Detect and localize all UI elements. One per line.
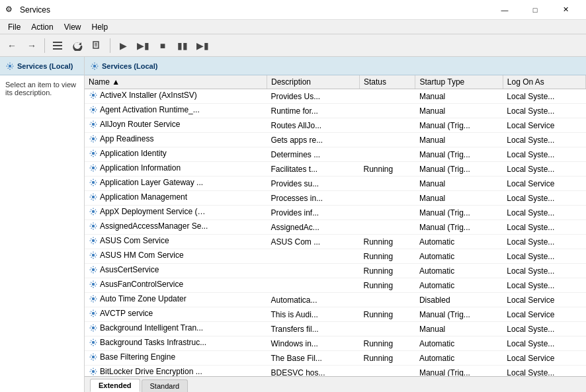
table-row[interactable]: Auto Time Zone UpdaterAutomatica...Disab… xyxy=(85,293,586,307)
menu-bar: FileActionViewHelp xyxy=(0,20,586,34)
cell-name: AppX Deployment Service (… xyxy=(85,206,267,220)
table-row[interactable]: AppX Deployment Service (…Provides inf..… xyxy=(85,206,586,220)
table-row[interactable]: ActiveX Installer (AxInstSV)Provides Us.… xyxy=(85,89,586,104)
start-pause-button[interactable]: ▶▮ xyxy=(134,36,152,55)
cell-startup: Manual (Trig... xyxy=(415,118,503,133)
cell-status xyxy=(359,133,415,147)
table-row[interactable]: App ReadinessGets apps re...ManualLocal … xyxy=(85,133,586,147)
cell-startup: Disabled xyxy=(415,293,503,307)
col-name[interactable]: Name ▲ xyxy=(85,75,267,89)
show-hide-button[interactable] xyxy=(48,36,67,55)
svg-rect-6 xyxy=(95,46,97,46)
col-description[interactable]: Description xyxy=(267,75,359,89)
cell-description: Automatica... xyxy=(267,293,359,307)
table-row[interactable]: Application InformationFacilitates t...R… xyxy=(85,162,586,176)
table-row[interactable]: AsusCertServiceRunningAutomaticLocal Sys… xyxy=(85,264,586,278)
cell-logon: Local Service xyxy=(503,307,585,322)
table-row[interactable]: ASUS HM Com ServiceRunningAutomaticLocal… xyxy=(85,249,586,264)
cell-name: ASUS HM Com Service xyxy=(85,249,267,264)
svg-point-19 xyxy=(92,239,95,242)
cell-description xyxy=(267,264,359,278)
menu-item-view[interactable]: View xyxy=(59,21,87,33)
cell-description: AssignedAc... xyxy=(267,220,359,235)
cell-status: Running xyxy=(359,235,415,249)
service-gear-icon xyxy=(89,265,98,274)
cell-description: Provides Us... xyxy=(267,89,359,104)
table-row[interactable]: Application ManagementProcesses in...Man… xyxy=(85,191,586,206)
cell-description: The Base Fil... xyxy=(267,351,359,366)
svg-point-11 xyxy=(92,123,95,126)
table-row[interactable]: Base Filtering EngineThe Base Fil...Runn… xyxy=(85,351,586,366)
cell-name: Agent Activation Runtime_... xyxy=(85,104,267,118)
back-button[interactable]: ← xyxy=(3,36,21,55)
menu-item-help[interactable]: Help xyxy=(87,21,114,33)
svg-point-25 xyxy=(92,327,95,329)
maximize-button[interactable]: □ xyxy=(520,0,550,20)
cell-logon: Local Syste... xyxy=(503,366,585,377)
service-gear-icon xyxy=(89,192,98,202)
menu-item-action[interactable]: Action xyxy=(26,21,58,33)
main-area: Services (Local) Select an item to view … xyxy=(0,57,586,392)
cell-status xyxy=(359,118,415,133)
cell-description: Determines ... xyxy=(267,147,359,162)
svg-point-20 xyxy=(92,254,95,256)
cell-startup: Automatic xyxy=(415,351,503,366)
table-row[interactable]: Background Tasks Infrastruc...Windows in… xyxy=(85,336,586,351)
col-logon[interactable]: Log On As xyxy=(503,75,585,89)
cell-startup: Manual (Trig... xyxy=(415,220,503,235)
cell-logon: Local Syste... xyxy=(503,235,585,249)
cell-name: Background Intelligent Tran... xyxy=(85,322,267,336)
table-header-row: Name ▲ Description Status Startup Type L… xyxy=(85,75,586,89)
cell-status xyxy=(359,191,415,206)
col-status[interactable]: Status xyxy=(359,75,415,89)
service-gear-icon xyxy=(89,120,98,129)
cell-status xyxy=(359,89,415,104)
table-row[interactable]: AsusFanControlServiceRunningAutomaticLoc… xyxy=(85,278,586,293)
refresh-icon xyxy=(72,40,83,51)
cell-description: Runtime for... xyxy=(267,104,359,118)
cell-description: Facilitates t... xyxy=(267,162,359,176)
cell-startup: Automatic xyxy=(415,235,503,249)
service-gear-icon xyxy=(89,236,98,245)
svg-point-17 xyxy=(92,210,95,213)
tab-standard[interactable]: Standard xyxy=(142,379,188,392)
table-row[interactable]: ASUS Com ServiceASUS Com ...RunningAutom… xyxy=(85,235,586,249)
cell-logon: Local Service xyxy=(503,351,585,366)
tab-extended[interactable]: Extended xyxy=(90,379,140,392)
list-icon xyxy=(52,40,63,51)
table-row[interactable]: Agent Activation Runtime_...Runtime for.… xyxy=(85,104,586,118)
svg-point-24 xyxy=(92,312,95,315)
close-button[interactable]: ✕ xyxy=(550,0,581,20)
refresh-button[interactable] xyxy=(68,36,87,55)
col-startup[interactable]: Startup Type xyxy=(415,75,503,89)
cell-description: Windows in... xyxy=(267,336,359,351)
resume-button[interactable]: ▶▮ xyxy=(193,36,212,55)
menu-item-file[interactable]: File xyxy=(3,21,26,33)
left-panel-content: Select an item to view its description. xyxy=(0,75,84,392)
minimize-button[interactable]: — xyxy=(489,0,520,20)
cell-status: Running xyxy=(359,264,415,278)
table-row[interactable]: BitLocker Drive Encryption ...BDESVC hos… xyxy=(85,366,586,377)
export-button[interactable] xyxy=(88,36,106,55)
cell-logon: Local Syste... xyxy=(503,206,585,220)
table-row[interactable]: AssignedAccessManager Se...AssignedAc...… xyxy=(85,220,586,235)
cell-logon: Local Syste... xyxy=(503,278,585,293)
cell-logon: Local Syste... xyxy=(503,89,585,104)
table-row[interactable]: AVCTP serviceThis is Audi...RunningManua… xyxy=(85,307,586,322)
table-row[interactable]: Application Layer Gateway ...Provides su… xyxy=(85,176,586,191)
table-row[interactable]: Background Intelligent Tran...Transfers … xyxy=(85,322,586,336)
pause-button[interactable]: ▮▮ xyxy=(173,36,192,55)
cell-name: Application Identity xyxy=(85,147,267,162)
cell-logon: Local Service xyxy=(503,118,585,133)
start-button[interactable]: ▶ xyxy=(114,36,132,55)
cell-status: Running xyxy=(359,162,415,176)
stop-button[interactable]: ■ xyxy=(153,36,172,55)
cell-status xyxy=(359,220,415,235)
forward-button[interactable]: → xyxy=(22,36,41,55)
cell-status: Running xyxy=(359,336,415,351)
cell-name: ASUS Com Service xyxy=(85,235,267,249)
table-row[interactable]: Application IdentityDetermines ...Manual… xyxy=(85,147,586,162)
services-table-container[interactable]: Name ▲ Description Status Startup Type L… xyxy=(85,75,586,376)
cell-logon: Local Service xyxy=(503,293,585,307)
table-row[interactable]: AllJoyn Router ServiceRoutes AllJo...Man… xyxy=(85,118,586,133)
